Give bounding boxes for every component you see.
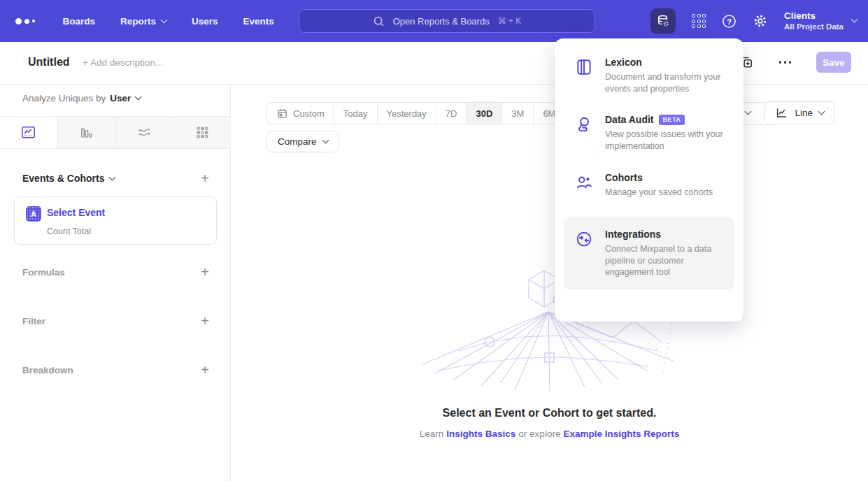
settings-button[interactable] [753,13,768,29]
data-audit-magnifier-icon [575,115,593,134]
menu-title: Integrations [605,229,661,240]
cohorts-people-icon [575,173,593,192]
filter-section: Filter + [22,314,209,328]
tab-stacked-chart[interactable] [116,117,174,148]
data-management-button[interactable] [650,8,676,34]
nav-label: Events [243,16,274,27]
tab-metric-chart[interactable] [173,117,231,148]
app-window: Boards Reports Users Events Open Reports… [0,0,868,481]
top-navigation-bar: Boards Reports Users Events Open Reports… [0,0,868,42]
range-yesterday[interactable]: Yesterday [377,103,436,124]
count-total-label[interactable]: Count Total [47,227,91,236]
menu-item-cohorts[interactable]: Cohorts Manage your saved cohorts [564,172,734,199]
chevron-down-icon [109,173,116,180]
calendar-icon [276,108,288,120]
chevron-down-icon [161,16,168,23]
data-management-menu: Lexicon Document and transform your even… [555,38,744,322]
help-button[interactable]: ? [722,14,737,29]
menu-description: View possible issues with your implement… [605,129,728,152]
date-range-control: Custom Today Yesterday 7D 30D 3M 6M [266,102,565,124]
range-custom[interactable]: Custom [267,103,334,124]
nav-label: Users [192,16,218,27]
gear-icon [753,13,768,29]
insights-basics-link[interactable]: Insights Basics [446,429,515,439]
add-event-button[interactable]: + [201,171,209,185]
chart-type-tabs [0,116,231,149]
global-search-input[interactable]: Open Reports & Boards ⌘ + K [299,9,595,33]
report-title[interactable]: Untitled [28,56,70,69]
project-name: All Project Data [784,22,844,32]
nav-item-reports[interactable]: Reports [120,16,166,27]
breakdown-section: Breakdown + [22,363,209,377]
nav-label: Reports [120,16,156,27]
events-cohorts-header: Events & Cohorts + [22,171,209,185]
report-description-placeholder[interactable]: + Add description... [83,57,163,68]
learn-prefix: Learn [420,429,444,439]
add-breakdown-button[interactable]: + [201,363,209,377]
range-7d[interactable]: 7D [436,103,467,124]
formulas-section: Formulas + [22,265,209,279]
tab-bar-chart[interactable] [58,117,116,148]
project-switcher[interactable]: Clients All Project Data [784,10,857,32]
line-chart-icon [20,124,36,141]
compare-dropdown[interactable]: Compare [266,131,339,152]
apps-grid-button[interactable] [692,14,706,28]
empty-state-heading: Select an Event or Cohort to get started… [231,407,868,419]
org-name: Clients [784,10,844,22]
analyze-prefix: Analyze Uniques by [22,93,106,103]
range-30d-selected[interactable]: 30D [466,103,501,124]
mixpanel-logo-icon[interactable] [15,18,35,24]
search-icon [373,15,385,27]
chevron-down-icon [818,108,825,115]
nav-item-events[interactable]: Events [243,16,274,27]
search-placeholder: Open Reports & Boards [393,16,490,27]
nav-item-boards[interactable]: Boards [63,16,96,27]
grid-icon [692,14,706,28]
analyze-by-dropdown[interactable]: User [110,93,141,103]
save-button[interactable]: Save [816,52,851,73]
menu-item-lexicon[interactable]: Lexicon Document and transform your even… [564,57,734,94]
report-canvas: Custom Today Yesterday 7D 30D 3M 6M Comp… [231,85,868,481]
nav-item-users[interactable]: Users [192,16,218,27]
chevron-down-icon [745,108,752,115]
integrations-sync-icon [575,230,593,248]
filter-label: Filter [22,316,45,326]
select-event-card[interactable]: A Select Event Count Total [14,196,217,245]
bar-chart-icon [78,124,94,141]
tab-line-chart[interactable] [0,117,58,148]
search-shortcut: ⌘ + K [498,16,522,26]
range-3m[interactable]: 3M [501,103,533,124]
menu-item-integrations[interactable]: Integrations Connect Mixpanel to a data … [564,217,734,289]
menu-description: Connect Mixpanel to a data pipeline or c… [605,243,728,278]
example-reports-link[interactable]: Example Insights Reports [563,429,679,439]
analyze-uniques-row: Analyze Uniques by User [22,93,141,103]
nav-label: Boards [63,16,96,27]
line-style-icon [775,106,788,120]
add-formula-button[interactable]: + [201,265,209,279]
range-today[interactable]: Today [334,103,377,124]
help-icon: ? [722,14,737,29]
beta-badge: BETA [659,115,684,125]
menu-title: Data Audit [605,114,653,125]
lexicon-book-icon [575,58,593,76]
more-options-button[interactable] [779,61,792,64]
chart-style-dropdown[interactable]: Line [764,101,834,124]
query-builder-sidebar: Analyze Uniques by User [0,85,231,481]
metric-grid-icon [194,124,211,141]
menu-description: Manage your saved cohorts [605,187,713,199]
breakdown-label: Breakdown [22,365,73,375]
event-letter-badge: A [26,206,41,222]
menu-item-data-audit[interactable]: Data AuditBETA View possible issues with… [564,114,734,152]
add-filter-button[interactable]: + [201,314,209,328]
chevron-down-icon [851,16,858,23]
chevron-down-icon [322,137,329,144]
svg-text:?: ? [727,17,732,25]
events-cohorts-dropdown[interactable]: Events & Cohorts [22,173,115,184]
chevron-down-icon [135,94,142,101]
formulas-label: Formulas [22,267,65,278]
database-gear-icon [655,13,671,29]
middle-text: or explore [518,429,560,439]
menu-title: Cohorts [605,172,643,183]
select-event-label[interactable]: Select Event [47,207,105,218]
stacked-flow-icon [136,124,152,141]
